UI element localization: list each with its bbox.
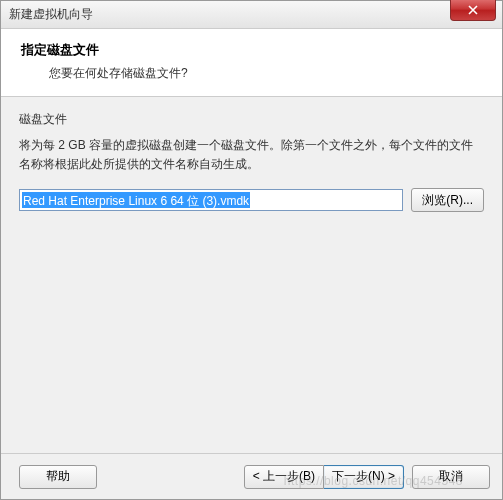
section-label: 磁盘文件 [19,111,484,128]
back-button[interactable]: < 上一步(B) [244,465,324,489]
footer: 帮助 < 上一步(B) 下一步(N) > 取消 [1,453,502,499]
nav-button-group: < 上一步(B) 下一步(N) > [244,465,404,489]
body-panel: 磁盘文件 将为每 2 GB 容量的虚拟磁盘创建一个磁盘文件。除第一个文件之外，每… [1,97,502,453]
help-button[interactable]: 帮助 [19,465,97,489]
page-subtitle: 您要在何处存储磁盘文件? [49,65,486,82]
section-description: 将为每 2 GB 容量的虚拟磁盘创建一个磁盘文件。除第一个文件之外，每个文件的文… [19,136,484,174]
disk-file-value: Red Hat Enterprise Linux 6 64 位 (3).vmdk [22,192,250,208]
close-icon [468,5,478,15]
disk-file-input[interactable]: Red Hat Enterprise Linux 6 64 位 (3).vmdk [19,189,403,211]
next-button[interactable]: 下一步(N) > [324,465,404,489]
header-panel: 指定磁盘文件 您要在何处存储磁盘文件? [1,29,502,97]
titlebar: 新建虚拟机向导 [1,1,502,29]
file-row: Red Hat Enterprise Linux 6 64 位 (3).vmdk… [19,188,484,212]
wizard-window: 新建虚拟机向导 指定磁盘文件 您要在何处存储磁盘文件? 磁盘文件 将为每 2 G… [0,0,503,500]
page-title: 指定磁盘文件 [21,41,486,59]
close-button[interactable] [450,0,496,21]
cancel-button[interactable]: 取消 [412,465,490,489]
window-title: 新建虚拟机向导 [9,6,93,23]
browse-button[interactable]: 浏览(R)... [411,188,484,212]
